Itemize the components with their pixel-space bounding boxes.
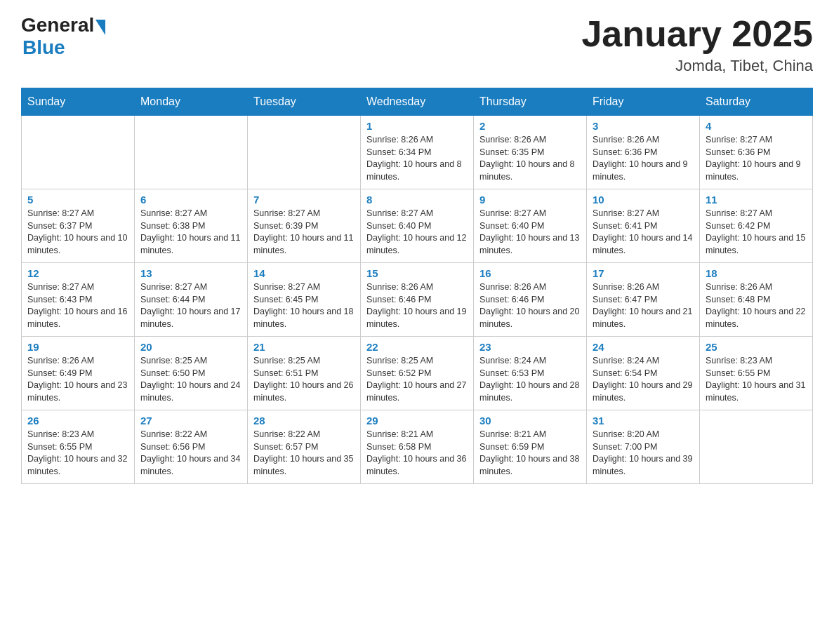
calendar-cell <box>135 116 248 189</box>
day-info: Sunrise: 8:27 AMSunset: 6:41 PMDaylight:… <box>593 208 694 257</box>
day-number: 25 <box>706 341 807 353</box>
day-info: Sunrise: 8:27 AMSunset: 6:40 PMDaylight:… <box>479 208 581 257</box>
header: General Blue January 2025 Jomda, Tibet, … <box>21 14 813 75</box>
day-number: 22 <box>366 341 468 353</box>
day-info: Sunrise: 8:23 AMSunset: 6:55 PMDaylight:… <box>27 429 128 478</box>
calendar-cell: 4Sunrise: 8:27 AMSunset: 6:36 PMDaylight… <box>700 116 813 189</box>
day-number: 21 <box>253 341 355 353</box>
day-number: 4 <box>706 120 807 132</box>
calendar-header-thursday: Thursday <box>474 88 587 116</box>
calendar-cell: 8Sunrise: 8:27 AMSunset: 6:40 PMDaylight… <box>361 189 474 263</box>
day-info: Sunrise: 8:23 AMSunset: 6:55 PMDaylight:… <box>706 355 807 404</box>
day-info: Sunrise: 8:25 AMSunset: 6:52 PMDaylight:… <box>366 355 468 404</box>
day-number: 18 <box>706 267 807 279</box>
day-info: Sunrise: 8:26 AMSunset: 6:36 PMDaylight:… <box>593 134 694 183</box>
calendar-header-friday: Friday <box>587 88 700 116</box>
calendar-cell: 7Sunrise: 8:27 AMSunset: 6:39 PMDaylight… <box>248 189 361 263</box>
calendar-cell: 31Sunrise: 8:20 AMSunset: 7:00 PMDayligh… <box>587 410 700 484</box>
calendar-cell: 28Sunrise: 8:22 AMSunset: 6:57 PMDayligh… <box>248 410 361 484</box>
day-info: Sunrise: 8:21 AMSunset: 6:58 PMDaylight:… <box>366 429 468 478</box>
calendar-cell: 24Sunrise: 8:24 AMSunset: 6:54 PMDayligh… <box>587 337 700 410</box>
day-number: 14 <box>253 267 355 279</box>
calendar-cell: 25Sunrise: 8:23 AMSunset: 6:55 PMDayligh… <box>700 337 813 410</box>
day-number: 27 <box>140 415 241 427</box>
calendar-table: SundayMondayTuesdayWednesdayThursdayFrid… <box>21 88 813 484</box>
day-number: 11 <box>706 194 807 206</box>
logo-triangle-icon <box>95 20 105 35</box>
day-info: Sunrise: 8:26 AMSunset: 6:48 PMDaylight:… <box>706 281 807 330</box>
logo-blue-text: Blue <box>22 36 65 59</box>
day-number: 30 <box>479 415 581 427</box>
day-info: Sunrise: 8:20 AMSunset: 7:00 PMDaylight:… <box>593 429 694 478</box>
day-info: Sunrise: 8:27 AMSunset: 6:43 PMDaylight:… <box>27 281 128 330</box>
day-number: 10 <box>593 194 694 206</box>
day-number: 26 <box>27 415 128 427</box>
calendar-cell: 26Sunrise: 8:23 AMSunset: 6:55 PMDayligh… <box>22 410 135 484</box>
day-number: 3 <box>593 120 694 132</box>
day-info: Sunrise: 8:27 AMSunset: 6:37 PMDaylight:… <box>27 208 128 257</box>
calendar-cell: 2Sunrise: 8:26 AMSunset: 6:35 PMDaylight… <box>474 116 587 189</box>
day-info: Sunrise: 8:24 AMSunset: 6:53 PMDaylight:… <box>479 355 581 404</box>
calendar-week-2: 5Sunrise: 8:27 AMSunset: 6:37 PMDaylight… <box>22 189 813 263</box>
day-number: 29 <box>366 415 468 427</box>
day-info: Sunrise: 8:27 AMSunset: 6:44 PMDaylight:… <box>140 281 241 330</box>
calendar-cell: 9Sunrise: 8:27 AMSunset: 6:40 PMDaylight… <box>474 189 587 263</box>
day-info: Sunrise: 8:26 AMSunset: 6:46 PMDaylight:… <box>366 281 468 330</box>
day-number: 7 <box>253 194 355 206</box>
calendar-cell <box>22 116 135 189</box>
day-number: 17 <box>593 267 694 279</box>
calendar-cell: 1Sunrise: 8:26 AMSunset: 6:34 PMDaylight… <box>361 116 474 189</box>
calendar-cell: 6Sunrise: 8:27 AMSunset: 6:38 PMDaylight… <box>135 189 248 263</box>
calendar-cell: 16Sunrise: 8:26 AMSunset: 6:46 PMDayligh… <box>474 263 587 337</box>
day-info: Sunrise: 8:27 AMSunset: 6:45 PMDaylight:… <box>253 281 355 330</box>
day-number: 1 <box>366 120 468 132</box>
calendar-cell: 18Sunrise: 8:26 AMSunset: 6:48 PMDayligh… <box>700 263 813 337</box>
calendar-cell <box>248 116 361 189</box>
calendar-week-4: 19Sunrise: 8:26 AMSunset: 6:49 PMDayligh… <box>22 337 813 410</box>
calendar-cell: 15Sunrise: 8:26 AMSunset: 6:46 PMDayligh… <box>361 263 474 337</box>
calendar-week-3: 12Sunrise: 8:27 AMSunset: 6:43 PMDayligh… <box>22 263 813 337</box>
day-info: Sunrise: 8:27 AMSunset: 6:36 PMDaylight:… <box>706 134 807 183</box>
calendar-header-wednesday: Wednesday <box>361 88 474 116</box>
day-number: 9 <box>479 194 581 206</box>
title-area: January 2025 Jomda, Tibet, China <box>581 14 813 75</box>
day-number: 2 <box>479 120 581 132</box>
day-number: 13 <box>140 267 241 279</box>
calendar-cell: 19Sunrise: 8:26 AMSunset: 6:49 PMDayligh… <box>22 337 135 410</box>
calendar-cell: 12Sunrise: 8:27 AMSunset: 6:43 PMDayligh… <box>22 263 135 337</box>
day-info: Sunrise: 8:26 AMSunset: 6:49 PMDaylight:… <box>27 355 128 404</box>
calendar-header-monday: Monday <box>135 88 248 116</box>
day-info: Sunrise: 8:21 AMSunset: 6:59 PMDaylight:… <box>479 429 581 478</box>
calendar-cell: 17Sunrise: 8:26 AMSunset: 6:47 PMDayligh… <box>587 263 700 337</box>
day-info: Sunrise: 8:27 AMSunset: 6:38 PMDaylight:… <box>140 208 241 257</box>
calendar-cell <box>700 410 813 484</box>
logo-general-text: General <box>21 14 94 36</box>
day-number: 23 <box>479 341 581 353</box>
calendar-week-5: 26Sunrise: 8:23 AMSunset: 6:55 PMDayligh… <box>22 410 813 484</box>
calendar-header-saturday: Saturday <box>700 88 813 116</box>
calendar-cell: 23Sunrise: 8:24 AMSunset: 6:53 PMDayligh… <box>474 337 587 410</box>
day-number: 12 <box>27 267 128 279</box>
calendar-header-tuesday: Tuesday <box>248 88 361 116</box>
calendar-week-1: 1Sunrise: 8:26 AMSunset: 6:34 PMDaylight… <box>22 116 813 189</box>
day-number: 24 <box>593 341 694 353</box>
day-number: 28 <box>253 415 355 427</box>
day-number: 31 <box>593 415 694 427</box>
page-title: January 2025 <box>581 14 813 54</box>
day-info: Sunrise: 8:27 AMSunset: 6:42 PMDaylight:… <box>706 208 807 257</box>
day-number: 16 <box>479 267 581 279</box>
page-subtitle: Jomda, Tibet, China <box>581 57 813 75</box>
calendar-cell: 20Sunrise: 8:25 AMSunset: 6:50 PMDayligh… <box>135 337 248 410</box>
day-info: Sunrise: 8:22 AMSunset: 6:56 PMDaylight:… <box>140 429 241 478</box>
day-number: 19 <box>27 341 128 353</box>
day-info: Sunrise: 8:26 AMSunset: 6:35 PMDaylight:… <box>479 134 581 183</box>
day-info: Sunrise: 8:27 AMSunset: 6:39 PMDaylight:… <box>253 208 355 257</box>
day-info: Sunrise: 8:27 AMSunset: 6:40 PMDaylight:… <box>366 208 468 257</box>
calendar-cell: 21Sunrise: 8:25 AMSunset: 6:51 PMDayligh… <box>248 337 361 410</box>
day-number: 15 <box>366 267 468 279</box>
day-info: Sunrise: 8:24 AMSunset: 6:54 PMDaylight:… <box>593 355 694 404</box>
day-info: Sunrise: 8:26 AMSunset: 6:46 PMDaylight:… <box>479 281 581 330</box>
calendar-cell: 27Sunrise: 8:22 AMSunset: 6:56 PMDayligh… <box>135 410 248 484</box>
day-number: 5 <box>27 194 128 206</box>
calendar-cell: 11Sunrise: 8:27 AMSunset: 6:42 PMDayligh… <box>700 189 813 263</box>
